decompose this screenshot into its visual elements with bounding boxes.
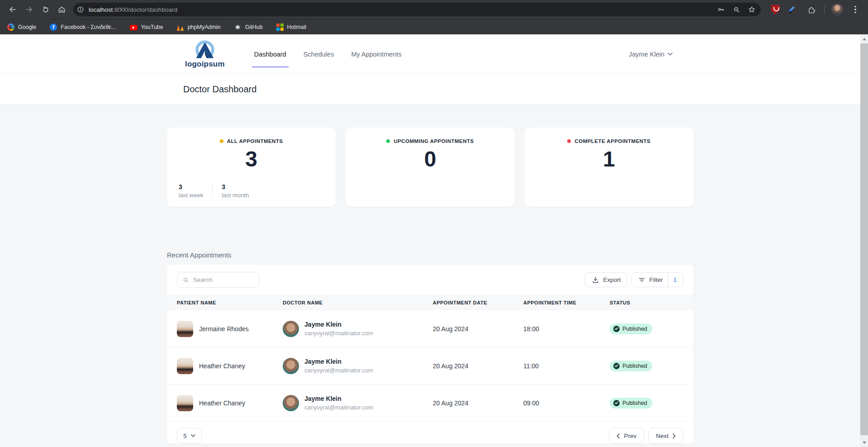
table-row[interactable]: Jermaine Rhodes Jayme Klein canyvyral@ma… bbox=[167, 310, 693, 347]
search-box[interactable] bbox=[177, 272, 259, 288]
ublock-extension-icon[interactable] bbox=[768, 2, 783, 17]
patient-name: Heather Chaney bbox=[199, 362, 245, 370]
profile-avatar[interactable] bbox=[830, 2, 844, 17]
scroll-down-icon[interactable] bbox=[860, 439, 868, 446]
page-size-select[interactable]: 5 bbox=[177, 428, 202, 443]
sub-value: 3 bbox=[222, 183, 249, 190]
card-all-appointments: ALL APPOINTMENTS 3 3 last week 3 last mo… bbox=[167, 128, 336, 207]
yellow-dot-icon bbox=[220, 139, 223, 143]
main-nav: Dashboard Schedules My Appointments bbox=[246, 34, 410, 74]
url-host: localhost bbox=[89, 6, 113, 13]
logoipsum-logo[interactable]: logoipsum bbox=[185, 40, 225, 69]
download-icon bbox=[592, 276, 599, 284]
hotmail-favicon bbox=[276, 24, 284, 31]
doctor-avatar bbox=[283, 358, 299, 374]
title-band: Doctor Dashboard bbox=[0, 74, 860, 105]
bookmark-label: YouTube bbox=[141, 24, 163, 30]
bookmark-hotmail[interactable]: Hotmail bbox=[276, 24, 306, 31]
export-label: Export bbox=[603, 276, 621, 283]
next-button[interactable]: Next bbox=[648, 428, 683, 444]
next-label: Next bbox=[656, 433, 669, 439]
sub-value: 3 bbox=[179, 183, 203, 190]
reload-icon[interactable] bbox=[38, 2, 52, 17]
status-badge: Published bbox=[610, 361, 652, 371]
pagination: 5 Prev Next bbox=[167, 422, 693, 444]
green-dot-icon bbox=[386, 139, 390, 143]
stat-label: COMPLETE APPOINTMENTS bbox=[574, 138, 650, 144]
doctor-avatar bbox=[283, 395, 299, 411]
scroll-up-icon[interactable] bbox=[860, 35, 868, 43]
bookmark-phpmyadmin[interactable]: phpMyAdmin bbox=[177, 24, 221, 31]
bookmark-label: Hotmail bbox=[287, 24, 306, 30]
export-button[interactable]: Export bbox=[585, 272, 627, 287]
status-badge: Published bbox=[610, 323, 652, 334]
doctor-name: Jayme Klein bbox=[304, 321, 373, 328]
browser-toolbar: localhost:8000/doctor/dashboard bbox=[0, 0, 868, 19]
url-path: :8000/doctor/dashboard bbox=[113, 6, 177, 13]
patient-name: Jermaine Rhodes bbox=[199, 325, 249, 333]
extensions-puzzle-icon[interactable] bbox=[804, 2, 819, 17]
pen-extension-icon[interactable] bbox=[786, 2, 801, 17]
address-bar[interactable]: localhost:8000/doctor/dashboard bbox=[73, 3, 761, 16]
status-label: Published bbox=[622, 400, 647, 406]
status-badge: Published bbox=[610, 398, 652, 409]
card-complete-appointments: COMPLETE APPOINTMENTS 1 bbox=[525, 128, 693, 207]
page-title: Doctor Dashboard bbox=[183, 84, 256, 95]
page-scrollbar[interactable] bbox=[860, 34, 868, 447]
filter-button[interactable]: Filter 1 bbox=[631, 272, 683, 287]
prev-button[interactable]: Prev bbox=[609, 428, 644, 444]
user-name: Jayme Klein bbox=[629, 51, 664, 58]
stat-value: 3 bbox=[167, 148, 336, 170]
url-text: localhost:8000/doctor/dashboard bbox=[89, 6, 177, 13]
search-icon bbox=[183, 276, 189, 284]
bookmark-facebook[interactable]: f Facebook - Συνδεθε... bbox=[50, 24, 116, 31]
doctor-avatar bbox=[283, 321, 299, 337]
youtube-favicon bbox=[130, 25, 138, 30]
home-icon[interactable] bbox=[54, 2, 69, 17]
chevron-down-icon bbox=[668, 52, 673, 56]
nav-schedules[interactable]: Schedules bbox=[295, 34, 343, 74]
stat-value: 0 bbox=[346, 148, 514, 170]
bookmark-github[interactable]: GitHub bbox=[234, 24, 263, 31]
nav-my-appointments[interactable]: My Appointments bbox=[342, 34, 410, 74]
back-icon[interactable] bbox=[5, 2, 20, 17]
user-menu[interactable]: Jayme Klein bbox=[629, 51, 673, 58]
table-row[interactable]: Heather Chaney Jayme Klein canyvyral@mai… bbox=[167, 347, 693, 385]
table-row[interactable]: Heather Chaney Jayme Klein canyvyral@mai… bbox=[167, 385, 693, 422]
patient-avatar bbox=[177, 395, 193, 411]
section-heading: Recent Appointments bbox=[167, 251, 693, 259]
bookmark-youtube[interactable]: YouTube bbox=[130, 24, 163, 30]
bookmark-star-icon[interactable] bbox=[745, 3, 758, 16]
nav-label: My Appointments bbox=[351, 51, 401, 58]
bookmark-label: Facebook - Συνδεθε... bbox=[61, 24, 116, 30]
filter-count-badge: 1 bbox=[668, 273, 677, 287]
scrollbar-thumb[interactable] bbox=[860, 43, 868, 435]
search-input[interactable] bbox=[193, 276, 253, 283]
bookmark-google[interactable]: Google bbox=[7, 24, 36, 31]
menu-kebab-icon[interactable] bbox=[848, 2, 863, 17]
google-favicon bbox=[7, 24, 14, 31]
doctor-name: Jayme Klein bbox=[304, 358, 373, 365]
column-appointment-time: APPOINTMENT TIME bbox=[523, 300, 610, 305]
sub-label: last month bbox=[222, 192, 249, 199]
bookmarks-bar: Google f Facebook - Συνδεθε... YouTube p… bbox=[0, 19, 868, 34]
sub-last-month: 3 last month bbox=[212, 183, 258, 199]
zoom-icon[interactable] bbox=[730, 3, 743, 16]
stat-label: UPCOMMING APPOINTMENTS bbox=[394, 138, 474, 144]
appointment-time: 09:00 bbox=[523, 399, 610, 407]
site-info-icon[interactable] bbox=[75, 4, 86, 15]
doctor-name: Jayme Klein bbox=[304, 395, 373, 402]
logo-text: logoipsum bbox=[185, 60, 225, 69]
column-status: STATUS bbox=[610, 300, 693, 305]
page-size-value: 5 bbox=[183, 433, 187, 439]
forward-icon[interactable] bbox=[22, 2, 36, 17]
bookmark-label: GitHub bbox=[245, 24, 263, 30]
table-header: PATIENT NAME DOCTOR NAME APPOINTMENT DAT… bbox=[167, 295, 693, 310]
nav-dashboard[interactable]: Dashboard bbox=[246, 34, 295, 74]
card-upcoming-appointments: UPCOMMING APPOINTMENTS 0 bbox=[346, 128, 514, 207]
prev-label: Prev bbox=[624, 433, 636, 439]
filter-icon bbox=[638, 276, 645, 284]
status-label: Published bbox=[622, 326, 647, 332]
password-key-icon[interactable] bbox=[715, 3, 727, 16]
appointment-date: 20 Aug 2024 bbox=[433, 325, 523, 333]
